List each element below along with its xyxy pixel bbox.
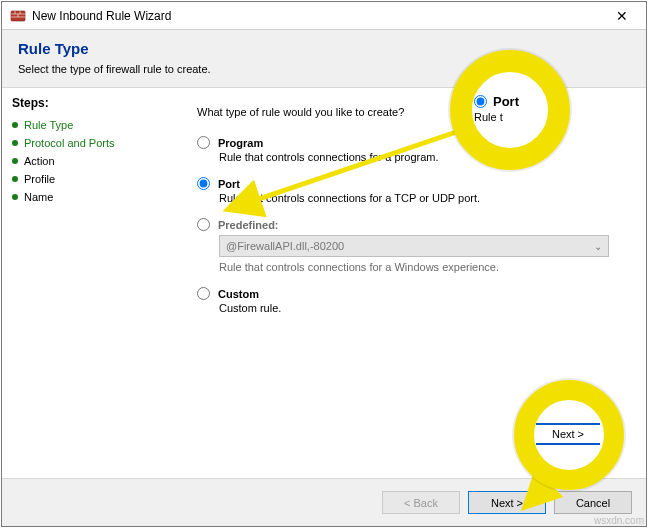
main-panel: What type of rule would you like to crea… (177, 88, 646, 478)
steps-sidebar: Steps: Rule Type Protocol and Ports Acti… (2, 88, 177, 478)
firewall-icon (10, 8, 26, 24)
wizard-window: New Inbound Rule Wizard ✕ Rule Type Sele… (1, 1, 647, 527)
option-label: Predefined: (218, 219, 279, 231)
radio-port[interactable] (197, 177, 210, 190)
step-name: Name (12, 188, 167, 206)
body: Steps: Rule Type Protocol and Ports Acti… (2, 87, 646, 478)
option-label: Port (218, 178, 240, 190)
option-label: Custom (218, 288, 259, 300)
header: Rule Type Select the type of firewall ru… (2, 30, 646, 87)
option-desc: Rule that controls connections for a Win… (219, 261, 628, 273)
option-program-row[interactable]: Program (197, 136, 628, 149)
option-custom-row[interactable]: Custom (197, 287, 628, 300)
cancel-button[interactable]: Cancel (554, 491, 632, 514)
window-title: New Inbound Rule Wizard (32, 9, 602, 23)
chevron-down-icon: ⌄ (594, 241, 602, 252)
step-action: Action (12, 152, 167, 170)
close-button[interactable]: ✕ (602, 2, 642, 30)
step-protocol-and-ports[interactable]: Protocol and Ports (12, 134, 167, 152)
prompt-text: What type of rule would you like to crea… (197, 106, 628, 118)
option-port-row[interactable]: Port (197, 177, 628, 190)
titlebar: New Inbound Rule Wizard ✕ (2, 2, 646, 30)
step-label[interactable]: Rule Type (24, 119, 73, 131)
page-title: Rule Type (18, 40, 630, 57)
step-label: Action (24, 155, 55, 167)
dropdown-value: @FirewallAPI.dll,-80200 (226, 240, 344, 252)
option-port: Port Rule that controls connections for … (197, 177, 628, 204)
step-label: Profile (24, 173, 55, 185)
footer: < Back Next > Cancel (2, 478, 646, 526)
predefined-dropdown: @FirewallAPI.dll,-80200 ⌄ (219, 235, 609, 257)
option-custom: Custom Custom rule. (197, 287, 628, 314)
step-label: Name (24, 191, 53, 203)
steps-label: Steps: (12, 96, 167, 110)
option-desc: Custom rule. (219, 302, 628, 314)
option-desc: Rule that controls connections for a TCP… (219, 192, 628, 204)
step-bullet-icon (12, 194, 18, 200)
next-button[interactable]: Next > (468, 491, 546, 514)
option-predefined-row[interactable]: Predefined: (197, 218, 628, 231)
option-desc: Rule that controls connections for a pro… (219, 151, 628, 163)
back-button: < Back (382, 491, 460, 514)
step-bullet-icon (12, 176, 18, 182)
step-bullet-icon (12, 158, 18, 164)
radio-predefined[interactable] (197, 218, 210, 231)
step-rule-type[interactable]: Rule Type (12, 116, 167, 134)
option-label: Program (218, 137, 263, 149)
page-subtitle: Select the type of firewall rule to crea… (18, 63, 630, 75)
radio-custom[interactable] (197, 287, 210, 300)
watermark: wsxdn.com (594, 515, 644, 526)
step-profile: Profile (12, 170, 167, 188)
step-bullet-icon (12, 140, 18, 146)
radio-program[interactable] (197, 136, 210, 149)
option-program: Program Rule that controls connections f… (197, 136, 628, 163)
step-bullet-icon (12, 122, 18, 128)
option-predefined: Predefined: @FirewallAPI.dll,-80200 ⌄ Ru… (197, 218, 628, 273)
step-label[interactable]: Protocol and Ports (24, 137, 115, 149)
